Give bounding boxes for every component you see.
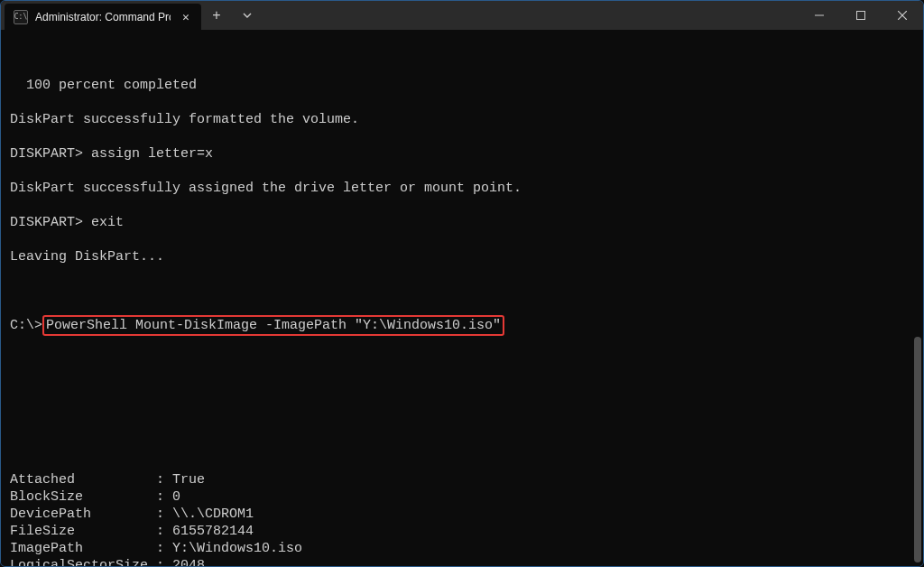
maximize-button[interactable] <box>840 1 882 30</box>
output-line <box>10 265 914 283</box>
active-tab[interactable]: C:\ Administrator: Command Promp ✕ <box>5 4 201 30</box>
minimize-icon <box>815 11 824 20</box>
output-line: Leaving DiskPart... <box>10 248 914 265</box>
property-row: LogicalSectorSize : 2048 <box>10 557 914 566</box>
property-row: DevicePath : \\.\CDROM1 <box>10 506 914 523</box>
titlebar-drag-region[interactable] <box>263 1 799 30</box>
output-line <box>10 163 914 180</box>
terminal-output[interactable]: 100 percent completed DiskPart successfu… <box>1 30 923 566</box>
property-row: ImagePath : Y:\Windows10.iso <box>10 540 914 557</box>
cmd-icon: C:\ <box>14 10 28 24</box>
close-icon <box>898 11 907 20</box>
close-button[interactable] <box>882 1 923 30</box>
scrollbar[interactable] <box>912 30 921 566</box>
highlighted-command-line: C:\>PowerShell Mount-DiskImage -ImagePat… <box>10 317 914 334</box>
highlighted-command: PowerShell Mount-DiskImage -ImagePath "Y… <box>42 315 504 336</box>
output-line <box>10 128 914 145</box>
output-line: DiskPart successfully formatted the volu… <box>10 111 914 128</box>
svg-rect-1 <box>857 12 865 20</box>
chevron-down-icon <box>242 10 253 21</box>
output-line: 100 percent completed <box>10 77 914 94</box>
output-line <box>10 94 914 111</box>
maximize-icon <box>856 11 865 20</box>
titlebar: C:\ Administrator: Command Promp ✕ + <box>1 1 923 30</box>
new-tab-button[interactable]: + <box>201 1 232 30</box>
property-row: Attached : True <box>10 471 914 488</box>
prompt-text: C:\> <box>10 318 42 333</box>
tab-title: Administrator: Command Promp <box>35 11 171 23</box>
tab-close-button[interactable]: ✕ <box>178 9 194 25</box>
property-row: FileSize : 6155782144 <box>10 523 914 540</box>
output-line: DISKPART> assign letter=x <box>10 145 914 163</box>
property-row: BlockSize : 0 <box>10 488 914 506</box>
output-line <box>10 197 914 214</box>
output-line: DiskPart successfully assigned the drive… <box>10 180 914 197</box>
scrollbar-thumb[interactable] <box>914 337 921 562</box>
new-tab-dropdown[interactable] <box>232 1 263 30</box>
minimize-button[interactable] <box>799 1 840 30</box>
output-line <box>10 231 914 248</box>
output-line: DISKPART> exit <box>10 214 914 231</box>
window-controls <box>799 1 923 30</box>
